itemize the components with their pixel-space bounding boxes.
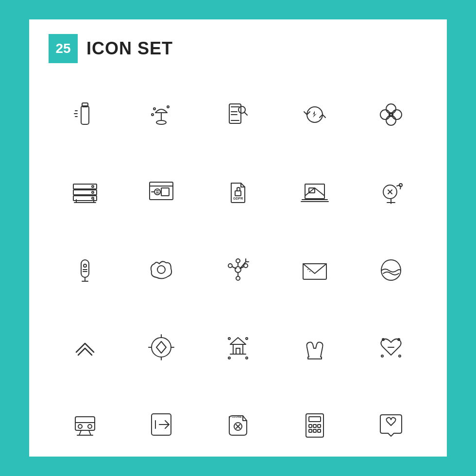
svg-point-33 — [154, 189, 160, 195]
photo-book-icon — [278, 155, 351, 229]
badge-number: 25 — [49, 34, 78, 63]
energy-cycle-icon — [278, 78, 351, 152]
svg-rect-0 — [81, 106, 89, 124]
chevron-up-icon — [49, 310, 121, 384]
playground-icon — [202, 310, 274, 384]
svg-rect-75 — [233, 344, 243, 354]
svg-rect-49 — [81, 260, 89, 277]
svg-point-9 — [152, 114, 153, 116]
lamp-icon — [125, 78, 198, 152]
svg-rect-108 — [318, 429, 321, 432]
love-chat-icon — [355, 388, 427, 461]
svg-point-55 — [157, 266, 165, 273]
svg-rect-106 — [309, 429, 312, 432]
svg-point-85 — [399, 355, 401, 357]
svg-point-52 — [84, 264, 86, 267]
mail-icon — [278, 233, 351, 306]
svg-rect-22 — [73, 184, 97, 189]
bottle-icon — [49, 78, 121, 152]
svg-rect-23 — [73, 190, 97, 195]
svg-rect-87 — [75, 417, 95, 430]
razor-icon — [49, 233, 121, 306]
svg-point-26 — [92, 191, 94, 193]
clover-icon — [355, 78, 427, 152]
server-icon — [49, 155, 121, 229]
heart-minus-icon — [355, 310, 427, 384]
close-tag-icon: CLOSE — [202, 388, 274, 461]
header: 25 ICON SET — [49, 34, 427, 63]
gdpr-icon: GDPR — [202, 155, 274, 229]
main-card: 25 ICON SET — [29, 19, 447, 457]
sign-out-icon — [125, 388, 198, 461]
svg-point-58 — [244, 264, 248, 268]
svg-rect-38 — [235, 191, 241, 196]
svg-point-92 — [78, 425, 82, 428]
icon-grid: GDPR — [49, 78, 427, 461]
svg-rect-103 — [309, 425, 312, 427]
svg-point-57 — [228, 264, 232, 268]
seo-mobile-icon — [202, 78, 274, 152]
network-settings-icon — [202, 233, 274, 306]
svg-rect-107 — [313, 429, 316, 432]
svg-point-59 — [236, 259, 240, 263]
svg-line-89 — [79, 430, 81, 435]
svg-line-90 — [89, 430, 91, 435]
svg-rect-102 — [309, 417, 321, 422]
svg-point-80 — [228, 357, 230, 359]
svg-text:GDPR: GDPR — [233, 197, 243, 200]
svg-point-27 — [92, 197, 94, 199]
svg-rect-105 — [318, 425, 321, 427]
svg-point-5 — [156, 120, 166, 124]
diamond-target-icon — [125, 310, 198, 384]
svg-rect-24 — [73, 196, 97, 201]
svg-point-93 — [88, 425, 92, 428]
svg-point-7 — [153, 108, 155, 110]
svg-point-86 — [381, 355, 383, 357]
svg-marker-74 — [230, 338, 246, 344]
easter-egg-icon — [355, 233, 427, 306]
svg-marker-16 — [313, 111, 317, 118]
svg-point-8 — [167, 106, 169, 108]
mind-reject-icon — [355, 155, 427, 229]
page-title: ICON SET — [86, 38, 173, 59]
calculator-icon — [278, 388, 351, 461]
svg-point-68 — [152, 338, 171, 357]
svg-rect-104 — [313, 425, 316, 427]
svg-point-60 — [236, 276, 240, 280]
hands-care-icon — [278, 310, 351, 384]
svg-point-81 — [246, 357, 248, 359]
train-icon — [49, 388, 121, 461]
ecommerce-icon — [125, 155, 198, 229]
svg-text:CLOSE: CLOSE — [232, 415, 242, 418]
svg-point-79 — [246, 338, 248, 340]
svg-rect-76 — [236, 348, 240, 354]
svg-point-78 — [228, 338, 230, 340]
egg-fried-icon — [125, 233, 198, 306]
svg-point-25 — [92, 186, 94, 187]
svg-point-56 — [235, 267, 241, 272]
svg-rect-35 — [161, 188, 169, 196]
svg-point-47 — [399, 184, 402, 187]
svg-marker-69 — [156, 341, 166, 353]
